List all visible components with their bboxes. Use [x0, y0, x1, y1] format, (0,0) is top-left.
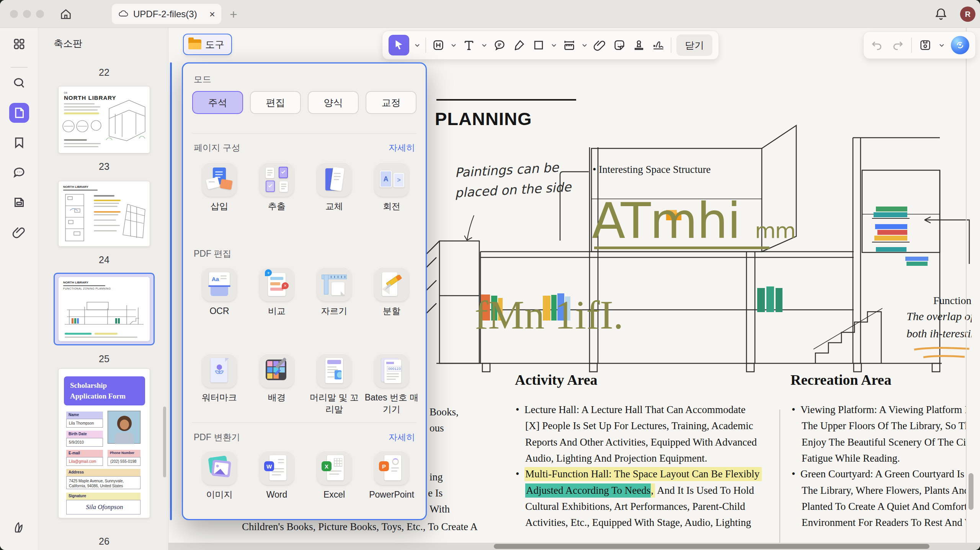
avatar[interactable]: R [960, 7, 975, 22]
overlay-text-fmn[interactable]: fMn 1ifI. [475, 292, 624, 338]
thumbnail-page-23[interactable]: 04 NORTH LIBRARY [58, 86, 150, 153]
document-area: PLANNING Paintings can be placed on the … [168, 28, 980, 550]
attach-tool[interactable] [593, 38, 607, 52]
cloud-icon [118, 9, 129, 19]
comments-icon[interactable] [9, 163, 29, 182]
thumbnail-page-24[interactable]: NORTH LIBRARY [58, 181, 150, 247]
tools-button[interactable]: 도구 [183, 34, 232, 55]
column-divider [779, 410, 780, 550]
clipped-fragment: With [430, 503, 450, 515]
tool-background[interactable]: 배경 [248, 353, 305, 415]
ocr-icon: Aa [202, 267, 237, 301]
window-close-button[interactable] [10, 10, 18, 18]
shape-tool-chevron[interactable] [551, 42, 557, 48]
page-number-25: 25 [58, 353, 150, 364]
ink-swatch-icon[interactable] [9, 517, 29, 537]
tool-to-powerpoint[interactable]: P PowerPoint [363, 451, 420, 501]
mode-tab-annotate[interactable]: 주석 [192, 91, 243, 114]
thumbnail-page-25-selected[interactable]: NORTH LIBRARY FUNCTIONAL ZONING PLANNING [54, 273, 155, 345]
tool-to-word[interactable]: W Word [248, 451, 305, 501]
thumbnail-scrollbar[interactable] [163, 407, 166, 477]
tool-ocr[interactable]: Aa OCR [191, 267, 248, 317]
tool-extract[interactable]: 추출 [248, 162, 305, 212]
mode-tab-form[interactable]: 양식 [308, 91, 359, 114]
toolbar-divider [671, 37, 671, 53]
page-number-26: 26 [58, 536, 150, 547]
sticker-tool[interactable] [612, 38, 627, 52]
tool-watermark[interactable]: 워터마크 [191, 353, 248, 415]
window-zoom-button[interactable] [36, 10, 44, 18]
undo-icon[interactable] [870, 38, 884, 52]
thumbnail-panel-title: 축소판 [54, 37, 82, 50]
vertical-scrollbar-thumb[interactable] [969, 473, 973, 510]
search-icon[interactable] [9, 73, 29, 93]
section-pdf-edit-title: PDF 편집 [194, 248, 231, 260]
form-photo [108, 411, 140, 444]
shape-tool[interactable] [531, 38, 546, 52]
compare-icon: + × [260, 267, 294, 301]
mode-tab-proofread[interactable]: 교정 [366, 91, 416, 114]
signature-tool[interactable] [651, 38, 666, 52]
save-chevron[interactable] [939, 42, 945, 48]
select-tool-chevron[interactable] [414, 42, 420, 48]
clipped-fragment: Books, [430, 406, 459, 418]
header-footer-icon [317, 353, 351, 388]
tool-to-excel[interactable]: X Excel [305, 451, 363, 501]
form-signature-label: Signature [66, 493, 140, 500]
panel-divider [192, 422, 416, 423]
pdf-converter-more-link[interactable]: 자세히 [389, 431, 415, 443]
tool-to-image[interactable]: 이미지 [191, 451, 248, 501]
tool-crop[interactable]: 자르기 [305, 267, 363, 317]
measure-tool[interactable] [562, 38, 577, 52]
thumbnail-page-26[interactable]: ScholarshipApplication Form Name Lila Th… [58, 368, 150, 518]
form-email-value: Lila@gmail.com [66, 457, 103, 466]
apps-grid-icon[interactable] [9, 34, 29, 54]
activity-area-heading: Activity Area [515, 371, 598, 388]
page-organize-more-link[interactable]: 자세히 [389, 142, 415, 154]
thumbnails-icon[interactable] [9, 103, 29, 123]
tool-insert[interactable]: 삽입 [191, 162, 248, 212]
bookmark-icon[interactable] [9, 133, 29, 153]
home-icon[interactable] [59, 8, 72, 21]
pencil-tool[interactable] [512, 38, 526, 52]
overlay-text-atmhi[interactable]: ATmhi mm [592, 192, 795, 249]
document-tab[interactable]: UPDF-2-files(3) × [112, 4, 221, 24]
text-tool-chevron[interactable] [481, 42, 487, 48]
tool-split[interactable]: 분할 [363, 267, 420, 317]
tool-header-footer[interactable]: 머리말 및 꼬리말 [305, 353, 363, 415]
teal-highlight: Adjusted According To Needs [525, 483, 651, 498]
rotate-pages-icon: A > [374, 162, 409, 197]
close-annotation-button[interactable]: 닫기 [676, 34, 712, 56]
form-email-label: E-mail [66, 450, 103, 457]
tool-rotate[interactable]: A > 회전 [363, 162, 420, 212]
highlight-tool-chevron[interactable] [451, 42, 457, 48]
to-powerpoint-icon: P [374, 451, 409, 485]
notification-bell-icon[interactable] [934, 7, 948, 21]
horizontal-scrollbar-thumb[interactable] [494, 544, 929, 549]
snapshot-icon[interactable] [9, 192, 29, 212]
mode-tab-edit[interactable]: 편집 [250, 91, 301, 114]
attachments-icon[interactable] [9, 222, 29, 242]
mode-tabs: 주석 편집 양식 교정 [192, 91, 416, 114]
new-tab-button[interactable]: + [230, 7, 237, 22]
to-excel-icon: X [317, 451, 351, 485]
stamp-tool[interactable] [632, 38, 646, 52]
comment-tool[interactable] [492, 38, 507, 52]
bottom-text-line: Children's Books, Picture Books, Toys, E… [242, 521, 478, 533]
window-minimize-button[interactable] [23, 10, 31, 18]
form-phone-value: (202) 555-0198 [108, 457, 140, 466]
text-tool[interactable] [462, 38, 476, 52]
redo-icon[interactable] [890, 38, 905, 52]
thumb25-tabs: FUNCTIONAL ZONING PLANNING [63, 287, 111, 290]
tool-replace[interactable]: 교체 [305, 162, 363, 212]
tool-bates[interactable]: 000123 Bates 번호 매기기 [363, 353, 420, 415]
form-birth-value: 5/9/2010 [66, 438, 103, 447]
highlight-tool[interactable] [431, 38, 446, 52]
measure-tool-chevron[interactable] [581, 42, 588, 48]
select-tool[interactable] [389, 35, 409, 55]
save-icon[interactable] [918, 38, 933, 52]
italic-note-line1: The overlap of [906, 310, 972, 323]
ai-assistant-button[interactable] [951, 36, 969, 54]
close-tab-icon[interactable]: × [209, 9, 215, 19]
tool-compare[interactable]: + × 비교 [248, 267, 305, 317]
